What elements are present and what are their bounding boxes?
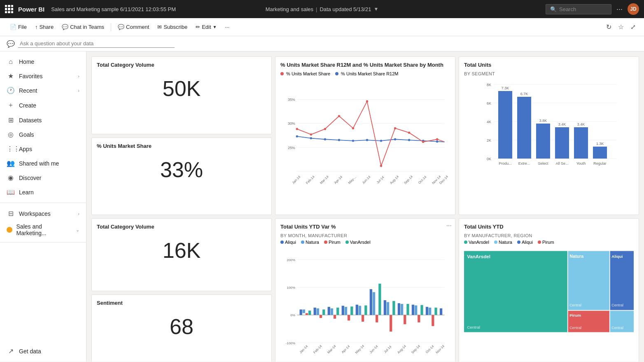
svg-text:Jun-14: Jun-14 — [362, 175, 371, 185]
svg-text:4K: 4K — [487, 120, 491, 124]
share-button[interactable]: ↑ Share — [32, 22, 57, 32]
file-button[interactable]: 📄 File — [7, 22, 30, 32]
svg-rect-115 — [432, 315, 434, 326]
sidebar-item-recent[interactable]: 🕐 Recent › — [0, 83, 86, 98]
refresh-icon[interactable]: ↻ — [604, 21, 613, 33]
legend-item-ums-r12m: % Units Market Share R12M — [335, 71, 398, 76]
svg-text:6.7K: 6.7K — [520, 92, 528, 96]
svg-text:Natura: Natura — [569, 254, 584, 259]
svg-rect-83 — [320, 315, 322, 318]
workspace-name: Sales and Marketing... — [16, 223, 72, 236]
file-label: File — [18, 24, 27, 30]
sidebar-item-datasets[interactable]: ⊞ Datasets — [0, 113, 86, 127]
more-options-button[interactable]: ··· — [616, 5, 623, 14]
svg-rect-102 — [387, 302, 389, 315]
share-label: Share — [39, 24, 54, 30]
datasets-icon: ⊞ — [7, 116, 15, 124]
bar-chart-svg: 8K 6K 4K 2K 0K 7.3K 6.7K 3.8K 3.4K — [464, 76, 634, 200]
stacked-bar-card: ··· Total Units YTD Var % BY MONTH, MANU… — [275, 218, 455, 362]
total-category-volume-card: Total Category Volume 50K — [91, 56, 272, 134]
chat-label: Chat in Teams — [70, 24, 104, 30]
svg-rect-91 — [348, 315, 350, 320]
subscribe-button[interactable]: ✉ Subscribe — [154, 22, 191, 32]
favorite-icon[interactable]: ☆ — [616, 21, 625, 33]
svg-rect-51 — [498, 91, 512, 159]
sidebar-item-workspaces[interactable]: ⊟ Workspaces › — [0, 206, 86, 221]
svg-text:Aug-14: Aug-14 — [389, 175, 399, 185]
svg-text:Extre...: Extre... — [518, 161, 530, 166]
qa-input[interactable] — [18, 40, 175, 48]
legend-vanarsdel: VanArsdel — [345, 240, 371, 245]
search-box[interactable]: 🔍 Search — [546, 4, 611, 14]
fullscreen-icon[interactable]: ⤢ — [629, 21, 637, 33]
treemap-subtitle: BY MANUFACTURER, REGION — [464, 233, 634, 238]
svg-rect-93 — [356, 305, 358, 315]
sidebar-item-favorites[interactable]: ★ Favorites › — [0, 69, 86, 83]
favorites-icon: ★ — [7, 72, 15, 80]
svg-rect-99 — [376, 315, 378, 322]
edit-label: Edit — [202, 24, 211, 30]
get-data-button[interactable]: ↗ Get data — [0, 344, 86, 358]
svg-point-12 — [366, 139, 368, 141]
svg-point-21 — [338, 115, 340, 117]
chat-teams-button[interactable]: 💬 Chat in Teams — [58, 22, 107, 32]
treemap-card: Total Units YTD BY MANUFACTURER, REGION … — [459, 218, 639, 362]
svg-rect-85 — [328, 307, 330, 315]
workspaces-icon: ⊟ — [7, 210, 15, 217]
bar-chart-card: Total Units BY SEGMENT 8K 6K 4K 2K 0K 7.… — [459, 56, 639, 215]
comment-button[interactable]: 💬 Comment — [114, 22, 152, 32]
svg-rect-88 — [336, 308, 339, 315]
svg-rect-100 — [378, 284, 381, 315]
svg-point-13 — [380, 140, 382, 142]
stacked-bar-subtitle: BY MONTH, MANUFACTURER — [280, 233, 450, 238]
svg-text:2K: 2K — [487, 138, 491, 142]
svg-text:Feb-14: Feb-14 — [313, 344, 323, 355]
svg-point-25 — [394, 127, 396, 129]
comment-icon: 💬 — [118, 24, 124, 30]
waffle-icon[interactable] — [5, 5, 13, 13]
svg-rect-86 — [331, 308, 333, 315]
sidebar-item-create[interactable]: ＋ Create — [0, 98, 86, 113]
workspace-sales-marketing[interactable]: Sales and Marketing... ⌄ — [0, 221, 86, 239]
line-chart-legend: % Units Market Share % Units Market Shar… — [280, 71, 450, 76]
svg-rect-95 — [362, 315, 364, 322]
toolbar: 📄 File ↑ Share 💬 Chat in Teams 💬 Comment… — [0, 18, 644, 36]
svg-point-27 — [422, 141, 424, 143]
svg-text:Mar-14: Mar-14 — [319, 175, 329, 185]
svg-text:Central: Central — [611, 326, 623, 330]
sidebar-label-learn: Learn — [19, 189, 34, 196]
svg-rect-92 — [350, 306, 353, 315]
svg-text:Nov-14: Nov-14 — [435, 344, 445, 354]
workspaces-chevron: › — [78, 211, 79, 216]
svg-rect-109 — [412, 305, 414, 315]
svg-rect-96 — [364, 306, 367, 315]
sidebar-label-favorites: Favorites — [19, 73, 43, 79]
more-options-chart-button[interactable]: ··· — [446, 222, 452, 229]
sentiment-card: Sentiment 68 — [91, 294, 272, 362]
workspace-chevron: ⌄ — [76, 227, 79, 233]
discover-icon: ◉ — [7, 174, 15, 182]
edit-icon: ✏ — [196, 24, 200, 30]
left-column: Total Category Volume 50K % Units Market… — [91, 56, 272, 215]
sidebar-item-apps[interactable]: ⋮⋮ Apps — [0, 142, 86, 156]
sidebar-item-learn[interactable]: 📖 Learn — [0, 185, 86, 199]
dashboard-content: Total Category Volume 50K % Units Market… — [86, 51, 644, 362]
sidebar-item-goals[interactable]: ◎ Goals — [0, 127, 86, 142]
treemap-legend: VanArsdel Natura Aliqui Pirum — [464, 240, 634, 245]
more-toolbar-button[interactable]: ··· — [222, 22, 233, 32]
svg-rect-113 — [426, 307, 428, 315]
svg-point-22 — [352, 127, 354, 129]
edit-button[interactable]: ✏ Edit ▼ — [192, 22, 220, 32]
svg-rect-61 — [593, 147, 607, 159]
report-title: Sales and Marketing sample 6/11/2021 12:… — [51, 6, 176, 12]
sidebar-item-shared[interactable]: 👥 Shared with me — [0, 156, 86, 170]
svg-rect-116 — [434, 308, 437, 315]
avatar[interactable]: JD — [628, 3, 639, 15]
chevron-down-icon[interactable]: ▼ — [373, 6, 378, 12]
svg-text:Apr-14: Apr-14 — [341, 344, 351, 354]
sidebar-item-home[interactable]: ⌂ Home — [0, 55, 86, 69]
sidebar-item-discover[interactable]: ◉ Discover — [0, 170, 86, 185]
center-info: Marketing and sales | Data updated 5/13/… — [266, 6, 379, 12]
ums-value: 33% — [97, 157, 266, 182]
svg-rect-101 — [384, 300, 386, 315]
